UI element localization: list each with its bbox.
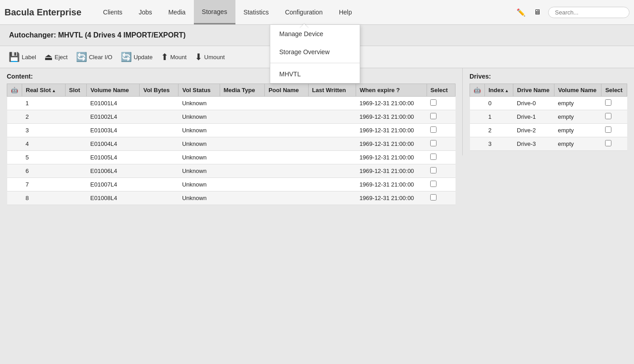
cell-when-expire: 1969-12-31 21:00:00 [356,137,427,151]
th-pool-name[interactable]: Pool Name [265,84,308,97]
cell-pool-name [265,110,308,124]
cell-media-type [220,124,265,137]
cell-pool-name [265,124,308,137]
cell-media-type [220,191,265,205]
umount-button[interactable]: ⬇ Umount [193,51,227,63]
cell-when-expire: 1969-12-31 21:00:00 [356,151,427,164]
drive-select[interactable] [601,124,627,137]
pencil-icon[interactable]: ✏️ [515,6,527,19]
cell-vol-status: Unknown [178,191,220,205]
cell-vol-bytes [140,191,178,205]
umount-button-text: Umount [204,54,225,61]
cell-last-written [308,191,356,205]
cell-when-expire: 1969-12-31 21:00:00 [356,97,427,110]
content-section: Content: 🤖 Real Slot Slot [0,68,462,210]
drive-index: 1 [485,110,513,124]
dth-volume-name[interactable]: Volume Name [554,84,601,97]
cell-select[interactable] [427,124,455,137]
dropdown-arrow [300,24,309,28]
monitor-icon[interactable]: 🖥 [531,6,544,19]
drive-select[interactable] [601,137,627,151]
clear-io-button[interactable]: 🔄 Clear I/O [74,51,114,63]
nav-jobs[interactable]: Jobs [131,0,160,24]
nav-statistics[interactable]: Statistics [235,0,277,24]
dth-drive-name[interactable]: Drive Name [513,84,554,97]
cell-slot [65,164,87,178]
drive-select[interactable] [601,97,627,110]
cell-media-type [220,178,265,191]
cell-select[interactable] [427,164,455,178]
cell-select[interactable] [427,178,455,191]
th-volume-name[interactable]: Volume Name [87,84,140,97]
th-media-type[interactable]: Media Type [220,84,265,97]
content-select-checkbox[interactable] [430,167,437,173]
th-vol-status[interactable]: Vol Status [178,84,220,97]
drive-select-checkbox[interactable] [605,113,611,119]
nav-icons: ✏️ 🖥 [515,6,544,19]
drives-table-header-row: 🤖 Index Drive Name Volume Name Select [470,84,627,97]
umount-icon: ⬇ [195,51,202,62]
sort-asc-icon [52,87,56,93]
content-select-checkbox[interactable] [430,99,437,106]
content-table-head: 🤖 Real Slot Slot Volume Name Vol Bytes V… [7,84,456,97]
cell-slot-icon [7,191,22,205]
eject-button[interactable]: ⏏ Eject [42,51,70,63]
th-real-slot[interactable]: Real Slot [22,84,66,97]
cell-slot-icon [7,164,22,178]
label-button[interactable]: 💾 Label [7,51,38,63]
cell-volume-name: E01008L4 [87,191,140,205]
drive-index: 3 [485,137,513,151]
cell-select[interactable] [427,110,455,124]
cell-when-expire: 1969-12-31 21:00:00 [356,110,427,124]
drive-row: 2 Drive-2 empty [470,124,627,137]
drives-table-body: 0 Drive-0 empty 1 Drive-1 empty 2 Drive-… [470,97,627,151]
content-select-checkbox[interactable] [430,154,437,160]
cell-media-type [220,110,265,124]
content-select-checkbox[interactable] [430,113,437,119]
nav-clients[interactable]: Clients [95,0,131,24]
dth-index[interactable]: Index [485,84,513,97]
cell-volume-name: E01003L4 [87,124,140,137]
content-select-checkbox[interactable] [430,194,437,201]
dropdown-mhvtl[interactable]: MHVTL [270,65,360,83]
cell-select[interactable] [427,151,455,164]
robot-drive-icon: 🤖 [474,87,481,93]
cell-real-slot: 6 [22,164,66,178]
content-select-checkbox[interactable] [430,140,437,146]
cell-slot-icon [7,151,22,164]
dropdown-storage-overview[interactable]: Storage Overview [270,43,360,61]
drive-volume-name: empty [554,124,601,137]
drive-select-checkbox[interactable] [605,99,611,106]
nav-media[interactable]: Media [160,0,193,24]
nav-help[interactable]: Help [331,0,360,24]
th-vol-bytes[interactable]: Vol Bytes [140,84,178,97]
dth-sort-icon[interactable]: 🤖 [470,84,485,97]
drive-select-checkbox[interactable] [605,126,611,133]
cell-select[interactable] [427,137,455,151]
cell-media-type [220,164,265,178]
dropdown-manage-device[interactable]: Manage Device [270,25,360,43]
nav-storages[interactable]: Storages [194,0,235,24]
drive-select[interactable] [601,110,627,124]
cell-select[interactable] [427,191,455,205]
nav-configuration[interactable]: Configuration [277,0,331,24]
cell-slot [65,124,87,137]
th-last-written[interactable]: Last Written [308,84,356,97]
content-row: 1 E01001L4 Unknown 1969-12-31 21:00:00 [7,97,456,110]
cell-slot-icon [7,110,22,124]
cell-volume-name: E01005L4 [87,151,140,164]
content-select-checkbox[interactable] [430,181,437,187]
content-row: 6 E01006L4 Unknown 1969-12-31 21:00:00 [7,164,456,178]
search-input[interactable] [548,7,629,18]
th-sort-icon[interactable]: 🤖 [7,84,22,97]
content-select-checkbox[interactable] [430,126,437,133]
th-slot[interactable]: Slot [65,84,87,97]
app-brand: Bacula Enterprise [5,7,81,18]
mount-button[interactable]: ⬆ Mount [159,51,188,63]
cell-select[interactable] [427,97,455,110]
update-button[interactable]: 🔄 Update [119,51,155,63]
drive-select-checkbox[interactable] [605,140,611,146]
th-when-expire[interactable]: When expire ? [356,84,427,97]
drives-table: 🤖 Index Drive Name Volume Name Select [470,84,627,151]
cell-real-slot: 7 [22,178,66,191]
